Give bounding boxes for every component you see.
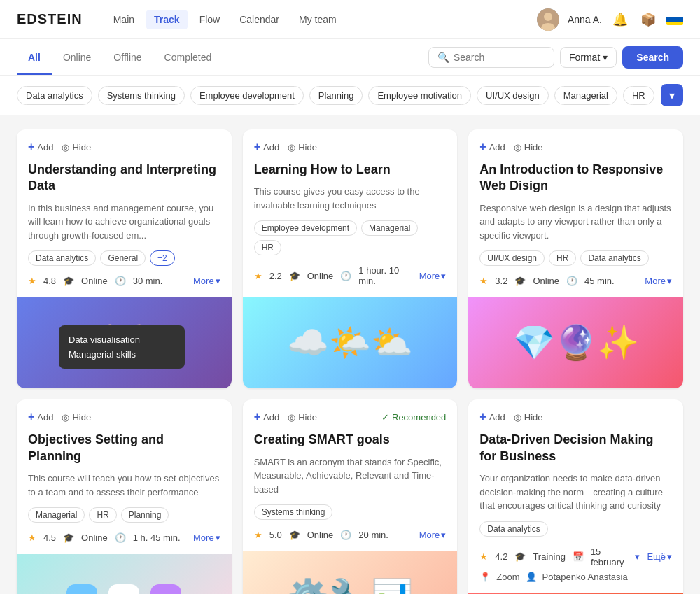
- card-1-more-button[interactable]: More ▾: [193, 276, 220, 286]
- tab-completed[interactable]: Completed: [153, 39, 223, 75]
- card-1-duration: 30 min.: [133, 276, 163, 286]
- tag-employee-development[interactable]: Employee development: [190, 86, 304, 105]
- card-4-tag-2[interactable]: Planning: [121, 507, 169, 523]
- tab-offline[interactable]: Offline: [102, 39, 153, 75]
- font-illustration: Aa: [108, 584, 139, 594]
- nav-track[interactable]: Track: [146, 10, 188, 29]
- card-2-tag-1[interactable]: Managerial: [361, 220, 418, 236]
- recommended-badge: ✓ Recomended: [382, 412, 446, 423]
- clock-icon-4: 🕐: [115, 532, 126, 543]
- search-input[interactable]: [454, 52, 545, 63]
- cursor-illustration: ↖: [150, 584, 181, 594]
- card-6-body: + Add ◎ Hide Data-Driven Decision Making…: [468, 399, 683, 593]
- chevron-icon-4: ▾: [216, 532, 220, 543]
- card-2: + Add ◎ Hide Learning How to Learn This …: [243, 129, 458, 388]
- card-3-hide-button[interactable]: ◎ Hide: [514, 142, 543, 153]
- card-1-hide-button[interactable]: ◎ Hide: [62, 142, 91, 153]
- card-6-actions: + Add ◎ Hide: [479, 411, 672, 423]
- card-2-desc: This course gives you easy access to the…: [254, 185, 447, 212]
- card-3-tag-0[interactable]: UI/UX design: [479, 250, 545, 266]
- logo: EDSTEIN: [17, 11, 83, 27]
- card-2-tags: Employee development Managerial HR: [254, 220, 447, 255]
- tab-all[interactable]: All: [17, 39, 52, 75]
- tag-planning[interactable]: Planning: [309, 86, 363, 105]
- tag-employee-motivation[interactable]: Employee motivation: [368, 86, 471, 105]
- card-4-hide-button[interactable]: ◎ Hide: [62, 412, 91, 423]
- card-6-location-row: 📍 Zoom 👤 Potapenko Anastasia: [479, 572, 672, 582]
- card-3-title: An Introduction to Responsive Web Disign: [479, 162, 672, 195]
- card-6-tags: Data analytics: [479, 521, 672, 537]
- card-2-illustration: ☁️🌤️⛅: [287, 323, 413, 362]
- avatar[interactable]: [537, 8, 559, 31]
- card-2-more-button[interactable]: More ▾: [419, 271, 447, 281]
- card-4-tag-1[interactable]: HR: [89, 507, 116, 523]
- search-icon: 🔍: [438, 52, 449, 63]
- card-1-desc: In this business and management course, …: [28, 201, 220, 243]
- card-4-tag-0[interactable]: Managerial: [28, 507, 85, 523]
- card-2-tag-2[interactable]: HR: [254, 240, 281, 255]
- tags-dropdown-button[interactable]: ▾: [661, 84, 683, 106]
- card-3-add-button[interactable]: + Add: [479, 141, 505, 153]
- card-5: + Add ◎ Hide ✓ Recomended Creating SMART…: [243, 399, 458, 594]
- card-6-date: 15 february: [591, 546, 628, 567]
- card-5-duration: 20 min.: [358, 530, 388, 540]
- card-3-more-button[interactable]: More ▾: [645, 276, 672, 286]
- tag-systems-thinking[interactable]: Systems thinking: [98, 86, 185, 105]
- search-box: 🔍: [428, 47, 554, 68]
- nav-myteam[interactable]: My team: [290, 10, 345, 29]
- location-icon: 📍: [479, 572, 491, 582]
- card-4: + Add ◎ Hide Objectives Setting and Plan…: [17, 399, 232, 594]
- card-6-more-button[interactable]: Ещё ▾: [647, 551, 672, 562]
- card-3-tags: UI/UX design HR Data analytics: [479, 250, 672, 266]
- tag-uiux-design[interactable]: UI/UX design: [477, 86, 549, 105]
- nav-flow[interactable]: Flow: [191, 10, 229, 29]
- tooltip-item-1: Data visualisation: [69, 332, 175, 347]
- eye-off-icon-3: ◎: [514, 142, 522, 153]
- card-4-mode: Online: [81, 532, 108, 543]
- card-1-tag-1[interactable]: General: [100, 250, 146, 266]
- nav-calendar[interactable]: Calendar: [231, 10, 288, 29]
- card-1-tag-2[interactable]: +2: [150, 250, 175, 266]
- language-flag[interactable]: [666, 14, 683, 25]
- format-button[interactable]: Format ▾: [560, 47, 617, 68]
- tab-online[interactable]: Online: [52, 39, 102, 75]
- card-3-tag-2[interactable]: Data analytics: [580, 250, 648, 266]
- card-4-add-button[interactable]: + Add: [28, 411, 53, 423]
- card-2-tag-0[interactable]: Employee development: [254, 220, 357, 236]
- nav-main[interactable]: Main: [105, 10, 143, 29]
- card-2-hide-button[interactable]: ◎ Hide: [288, 142, 317, 153]
- card-6-tag-0[interactable]: Data analytics: [479, 521, 547, 537]
- box-icon[interactable]: 📦: [638, 10, 658, 29]
- card-3-meta: ★ 3.2 🎓 Online 🕐 45 min. More ▾: [479, 276, 672, 286]
- tag-data-analytics[interactable]: Data analytics: [17, 86, 92, 105]
- card-2-mode: Online: [307, 271, 334, 281]
- card-2-rating: 2.2: [270, 271, 282, 281]
- main-nav: Main Track Flow Calendar My team: [105, 10, 537, 29]
- card-4-rating: 4.5: [43, 532, 56, 543]
- chevron-down-icon: ▾: [603, 52, 608, 63]
- plus-icon-5: +: [254, 411, 260, 423]
- card-6-hide-button[interactable]: ◎ Hide: [514, 412, 543, 423]
- card-4-more-button[interactable]: More ▾: [193, 532, 220, 543]
- card-5-add-button[interactable]: + Add: [254, 411, 279, 423]
- card-5-body: + Add ◎ Hide ✓ Recomended Creating SMART…: [243, 399, 458, 551]
- tag-managerial[interactable]: Managerial: [554, 86, 617, 105]
- card-6-add-button[interactable]: + Add: [479, 411, 505, 423]
- search-button[interactable]: Search: [622, 46, 683, 69]
- card-5-tag-0[interactable]: Systems thinking: [254, 504, 333, 520]
- card-2-duration: 1 hour. 10 min.: [358, 265, 412, 286]
- card-1-tag-0[interactable]: Data analytics: [28, 250, 96, 266]
- card-2-actions: + Add ◎ Hide: [254, 141, 447, 153]
- eye-off-icon-5: ◎: [288, 412, 295, 423]
- card-5-hide-button[interactable]: ◎ Hide: [288, 412, 317, 423]
- card-1-add-button[interactable]: + Add: [28, 141, 53, 153]
- tag-hr[interactable]: HR: [623, 86, 654, 105]
- bell-icon[interactable]: 🔔: [610, 10, 630, 29]
- card-4-meta: ★ 4.5 🎓 Online 🕐 1 h. 45 min. More ▾: [28, 532, 220, 543]
- card-2-add-button[interactable]: + Add: [254, 141, 279, 153]
- card-3-tag-1[interactable]: HR: [549, 250, 576, 266]
- star-icon-4: ★: [28, 532, 36, 543]
- card-5-more-button[interactable]: More ▾: [419, 530, 447, 540]
- card-5-image: ⚙️🔧📊: [243, 551, 458, 594]
- card-6-mode: Training: [533, 551, 565, 562]
